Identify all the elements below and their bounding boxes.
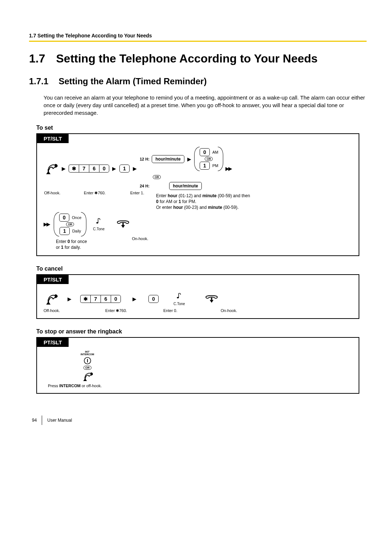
key-star: ✱: [69, 165, 79, 173]
intercom-label: INTERCOM: [81, 353, 94, 356]
to-set-diagram: PT/SLT ▶ ✱ 7 6 0 ▶ 1 ▶: [36, 133, 359, 256]
section-number: 1.7: [29, 52, 45, 65]
device-tab: PT/SLT: [37, 338, 69, 347]
running-header: 1.7 Setting the Telephone According to Y…: [29, 33, 367, 42]
enter-760-caption: Enter ✱760.: [84, 191, 106, 195]
arrow-icon: ▶: [61, 296, 78, 302]
daily-label: Daily: [72, 229, 81, 233]
arrow-icon: ▶: [132, 166, 138, 171]
section-title: Setting the Telephone According to Your …: [56, 52, 318, 65]
or-badge: OR: [83, 366, 91, 370]
key-am: 0: [200, 148, 210, 156]
key-0-cancel: 0: [148, 295, 159, 303]
key-6: 6: [101, 295, 111, 303]
key-star: ✱: [80, 295, 90, 303]
off-hook-caption: Off-hook.: [44, 191, 60, 195]
page-footer: 94 User Manual: [32, 416, 367, 425]
time-entry-note: Enter hour (01-12) and minute (00-59) an…: [156, 193, 250, 211]
arrow-icon: ▶: [123, 296, 146, 302]
keypad-760: ✱ 7 6 0: [69, 165, 109, 173]
off-hook-icon: [44, 162, 59, 175]
freq-entry-note: Enter 0 for once or 1 for daily.: [56, 239, 96, 250]
hour-minute-field-24: hour/minute: [169, 182, 202, 190]
enter-0-caption: Enter 0.: [163, 308, 177, 313]
section-heading: 1.7 Setting the Telephone According to Y…: [29, 52, 367, 65]
ctone-caption: C.Tone: [93, 227, 105, 231]
key-6: 6: [89, 165, 99, 173]
24h-label: 24 H:: [140, 184, 150, 188]
off-hook-icon: [44, 292, 59, 306]
12h-label: 12 H:: [140, 157, 150, 161]
double-arrow-icon: ▶▶: [225, 166, 233, 171]
arrow-icon: ▶: [61, 166, 66, 171]
arrow-icon: ▶: [111, 166, 117, 171]
subsection-number: 1.7.1: [29, 76, 48, 86]
on-hook-caption: On-hook.: [132, 236, 148, 241]
to-cancel-diagram: PT/SLT ▶ ✱ 7 6 0 ▶ 0 C.Tone: [36, 274, 359, 319]
pm-label: PM: [212, 163, 219, 168]
key-0: 0: [111, 295, 121, 303]
ctone-caption: C.Tone: [173, 301, 185, 306]
key-1: 1: [119, 165, 130, 173]
on-hook-icon: [204, 293, 219, 304]
intro-paragraph: You can receive an alarm at your telepho…: [44, 94, 367, 117]
key-daily: 1: [60, 227, 70, 235]
or-badge: OR: [66, 222, 74, 226]
enter-760-caption: Enter ✱760.: [105, 308, 127, 313]
or-badge: OR: [205, 157, 213, 161]
off-hook-icon: [81, 370, 94, 382]
to-set-heading: To set: [36, 125, 367, 131]
press-intercom-caption: Press INTERCOM or off-hook.: [48, 384, 102, 388]
key-pm: 1: [200, 162, 210, 170]
key-7: 7: [79, 165, 89, 173]
subsection-heading: 1.7.1 Setting the Alarm (Timed Reminder): [29, 76, 367, 86]
page-number: 94: [32, 418, 37, 423]
on-hook-caption: On-hook.: [221, 308, 237, 313]
to-cancel-heading: To cancel: [36, 266, 367, 272]
once-label: Once: [72, 215, 81, 220]
confirmation-tone-icon: [95, 217, 102, 225]
device-tab: PT/SLT: [37, 275, 69, 284]
to-stop-heading: To stop or answer the ringback: [36, 328, 367, 335]
intercom-superscript: INT': [85, 351, 90, 353]
double-arrow-icon: ▶▶: [44, 221, 52, 227]
on-hook-icon: [115, 219, 131, 230]
running-header-text: 1.7 Setting the Telephone According to Y…: [29, 33, 152, 39]
key-7: 7: [90, 295, 101, 303]
confirmation-tone-icon: [176, 292, 183, 300]
manual-label: User Manual: [47, 418, 72, 423]
subsection-title: Setting the Alarm (Timed Reminder): [58, 76, 207, 86]
to-stop-diagram: PT/SLT INT'INTERCOM OR Press INTERCOM or…: [36, 337, 359, 394]
or-badge: OR: [153, 175, 161, 179]
enter-1-caption: Enter 1.: [130, 191, 144, 195]
intercom-button-icon: [83, 356, 92, 365]
hour-minute-field-12: hour/minute: [152, 155, 184, 163]
off-hook-caption: Off-hook.: [44, 308, 60, 313]
device-tab: PT/SLT: [37, 134, 69, 143]
key-0: 0: [99, 165, 109, 173]
key-once: 0: [59, 214, 69, 222]
arrow-icon: ▶: [187, 156, 192, 162]
am-label: AM: [212, 150, 219, 154]
keypad-760: ✱ 7 6 0: [80, 295, 121, 303]
